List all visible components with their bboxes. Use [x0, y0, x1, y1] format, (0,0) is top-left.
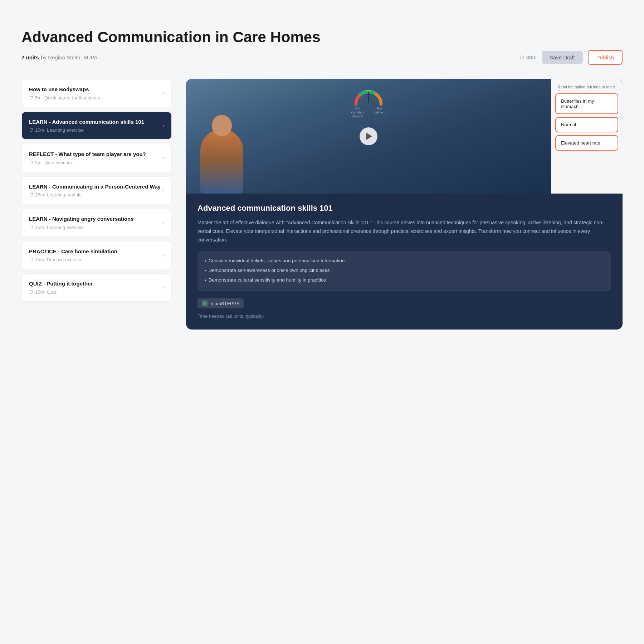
- unit-duration-6: ⏱ 15m: [29, 257, 44, 262]
- units-list: How to use Bodyswaps ⏱ 5m Quick starter …: [21, 79, 172, 302]
- unit-title-4: LEARN - Communicating in a Person-Center…: [29, 183, 162, 190]
- units-count: 7 units: [21, 54, 39, 60]
- page-meta-left: 7 units by Regina Smith, BUPA: [21, 54, 97, 60]
- gauge-label-right: Too confide...: [372, 107, 386, 118]
- video-content: Not confident enough Too confide...: [186, 79, 551, 194]
- unit-meta-1: ⏱ 5m Quick starter for first timers: [29, 95, 162, 101]
- unit-meta-4: ⏱ 15m Learning module: [29, 192, 162, 197]
- unit-card-left-3: REFLECT - What type of team player are y…: [29, 151, 162, 165]
- unit-meta-5: ⏱ 15m Learning exercise: [29, 225, 162, 230]
- chevron-right-icon-5: ›: [162, 219, 164, 226]
- unit-card-left-4: LEARN - Communicating in a Person-Center…: [29, 183, 162, 198]
- unit-meta-3: ⏱ 5m Questionnaire: [29, 160, 162, 165]
- course-description: Master the art of effective dialogue wit…: [197, 219, 611, 244]
- unit-duration-2: ⏱ 10m: [29, 127, 44, 133]
- unit-duration-4: ⏱ 15m: [29, 192, 44, 197]
- unit-title-2: LEARN - Advanced communication skills 10…: [29, 118, 162, 126]
- chevron-right-icon-6: ›: [162, 252, 164, 258]
- unit-duration-7: ⏱ 15m: [29, 289, 44, 295]
- unit-type-2: Learning exercise: [47, 127, 84, 133]
- unit-card-5[interactable]: LEARN - Navigating angry conversations ⏱…: [21, 209, 172, 237]
- unit-card-6[interactable]: PRACTICE - Care home simulation ⏱ 15m Pr…: [21, 241, 172, 269]
- course-preview: Not confident enough Too confide... Read…: [186, 79, 623, 330]
- play-button[interactable]: [360, 127, 377, 145]
- avatar-body: [200, 129, 243, 194]
- unit-type-3: Questionnaire: [44, 160, 73, 165]
- clock-icon-1: ⏱: [29, 95, 34, 101]
- unit-meta-6: ⏱ 15m Practice exercise: [29, 257, 162, 262]
- unit-meta-7: ⏱ 15m Quiz: [29, 289, 162, 295]
- video-scene: Not confident enough Too confide...: [186, 79, 551, 194]
- clock-icon-2: ⏱: [29, 127, 34, 133]
- course-info: Advanced communication skills 101 Master…: [186, 194, 623, 329]
- chevron-right-icon-1: ›: [162, 90, 164, 96]
- unit-title-3: REFLECT - What type of team player are y…: [29, 151, 162, 158]
- gauge-label-left: Not confident enough: [351, 107, 365, 118]
- gauge-area: Not confident enough Too confide...: [351, 86, 386, 118]
- unit-title-1: How to use Bodyswaps: [29, 86, 162, 93]
- unit-title-7: QUIZ - Putting it together: [29, 280, 162, 287]
- unit-card-left-6: PRACTICE - Care home simulation ⏱ 15m Pr…: [29, 248, 162, 263]
- gauge-svg: [352, 86, 385, 106]
- save-draft-button[interactable]: Save Draft: [542, 51, 583, 64]
- unit-title-6: PRACTICE - Care home simulation: [29, 248, 162, 255]
- unit-type-5: Learning exercise: [47, 225, 84, 230]
- unit-type-4: Learning module: [47, 192, 82, 197]
- unit-type-6: Practice exercise: [47, 257, 82, 262]
- page-title: Advanced Communication in Care Homes: [21, 29, 623, 46]
- unit-duration-5: ⏱ 15m: [29, 225, 44, 230]
- unit-card-2[interactable]: LEARN - Advanced communication skills 10…: [21, 112, 172, 140]
- course-bullets: Consider individual beliefs, values and …: [197, 251, 611, 291]
- chevron-right-icon-2: ›: [162, 122, 164, 129]
- time-info: ⏱ 38m: [519, 54, 537, 60]
- page-header: Advanced Communication in Care Homes 7 u…: [21, 29, 623, 65]
- play-triangle-icon: [366, 133, 372, 140]
- course-bullet-2: Demonstrate self-awareness of one's own …: [205, 267, 604, 275]
- unit-card-7[interactable]: QUIZ - Putting it together ⏱ 15m Quiz ›: [21, 273, 172, 302]
- units-by: by Regina Smith, BUPA: [41, 54, 97, 60]
- option-button-1[interactable]: Butterflies in my stomach: [555, 93, 618, 114]
- publish-button[interactable]: Publish: [588, 50, 623, 65]
- unit-card-3[interactable]: REFLECT - What type of team player are y…: [21, 144, 172, 172]
- unit-card-left-7: QUIZ - Putting it together ⏱ 15m Quiz: [29, 280, 162, 295]
- option-button-3[interactable]: Elevated heart rate: [555, 135, 618, 151]
- chevron-right-icon-7: ›: [162, 284, 164, 291]
- options-header: Read the option out loud or tap it.: [555, 83, 618, 89]
- option-button-2[interactable]: Normal: [555, 117, 618, 132]
- main-content: How to use Bodyswaps ⏱ 5m Quick starter …: [21, 79, 623, 330]
- unit-card-1[interactable]: How to use Bodyswaps ⏱ 5m Quick starter …: [21, 79, 172, 107]
- avatar-head: [212, 115, 232, 136]
- time-needed: Time needed (all units, typically): [197, 313, 611, 319]
- tag-label: TeamSTEPPS: [210, 301, 239, 306]
- page-meta-row: 7 units by Regina Smith, BUPA ⏱ 38m Save…: [21, 50, 623, 65]
- course-bullet-1: Consider individual beliefs, values and …: [205, 257, 604, 265]
- chevron-right-icon-3: ›: [162, 155, 164, 161]
- clock-icon-6: ⏱: [29, 257, 34, 262]
- unit-type-7: Quiz: [47, 289, 57, 295]
- course-info-title: Advanced communication skills 101: [197, 204, 611, 213]
- avatar-container: [200, 129, 243, 194]
- unit-type-1: Quick starter for first timers: [44, 95, 100, 101]
- tag-check-icon: ✓: [202, 301, 208, 306]
- page-meta-right: ⏱ 38m Save Draft Publish: [519, 50, 623, 65]
- unit-duration-1: ⏱ 5m: [29, 95, 42, 101]
- unit-duration-3: ⏱ 5m: [29, 160, 42, 165]
- clock-icon-4: ⏱: [29, 192, 34, 197]
- chevron-right-icon-4: ›: [162, 187, 164, 194]
- clock-icon-5: ⏱: [29, 225, 34, 230]
- time-estimate: 38m: [526, 54, 537, 60]
- unit-meta-2: ⏱ 10m Learning exercise: [29, 127, 162, 133]
- gauge-labels: Not confident enough Too confide...: [351, 107, 386, 118]
- unit-card-left-5: LEARN - Navigating angry conversations ⏱…: [29, 215, 162, 230]
- course-bullet-3: Demonstrate cultural sensitivity and hum…: [205, 276, 604, 284]
- clock-icon: ⏱: [519, 55, 525, 60]
- svg-point-1: [367, 103, 370, 106]
- tag-badge: ✓ TeamSTEPPS: [197, 298, 244, 308]
- options-panel: Read the option out loud or tap it. Butt…: [551, 79, 623, 194]
- preview-video-area: Not confident enough Too confide... Read…: [186, 79, 623, 194]
- unit-card-left-2: LEARN - Advanced communication skills 10…: [29, 118, 162, 133]
- clock-icon-7: ⏱: [29, 289, 34, 295]
- clock-icon-3: ⏱: [29, 160, 34, 165]
- unit-card-4[interactable]: LEARN - Communicating in a Person-Center…: [21, 176, 172, 205]
- unit-title-5: LEARN - Navigating angry conversations: [29, 215, 162, 223]
